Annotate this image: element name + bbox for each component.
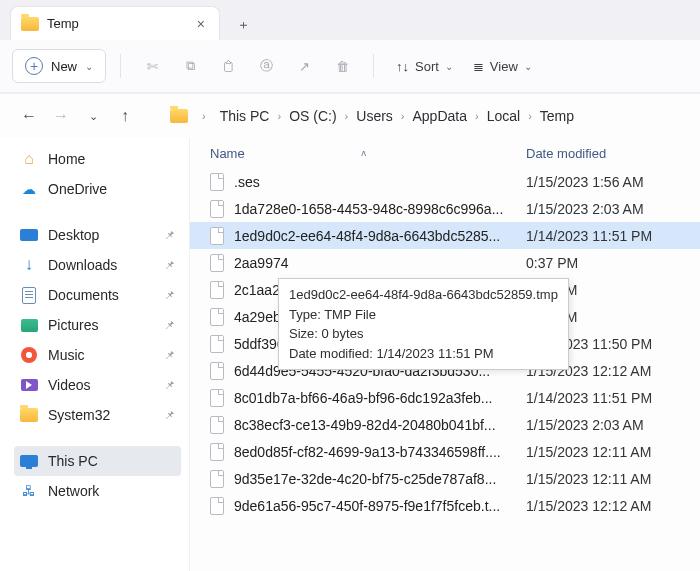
sidebar-item-label: Downloads xyxy=(48,257,117,273)
sidebar-item-videos[interactable]: Videos 📌︎ xyxy=(14,370,181,400)
file-name: 9de61a56-95c7-450f-8975-f9e1f7f5fceb.t..… xyxy=(234,498,500,514)
tab-temp[interactable]: Temp × xyxy=(10,6,220,40)
file-date: 0:37 PM xyxy=(526,255,578,271)
pc-icon xyxy=(20,455,38,467)
tooltip-type: Type: TMP File xyxy=(289,305,558,325)
file-row[interactable]: 9de61a56-95c7-450f-8975-f9e1f7f5fceb.t..… xyxy=(190,492,700,519)
file-icon xyxy=(210,443,224,461)
file-date: 1/14/2023 11:51 PM xyxy=(526,228,652,244)
share-icon[interactable]: ↗ xyxy=(287,49,321,83)
breadcrumb-item[interactable]: Users xyxy=(356,108,393,124)
file-icon xyxy=(210,308,224,326)
file-row[interactable]: 9d35e17e-32de-4c20-bf75-c25de787af8...1/… xyxy=(190,465,700,492)
new-tab-button[interactable]: ＋ xyxy=(228,10,258,40)
file-row[interactable]: 1da728e0-1658-4453-948c-8998c6c996a...1/… xyxy=(190,195,700,222)
separator xyxy=(120,54,121,78)
home-icon: ⌂ xyxy=(20,150,38,168)
sidebar-item-label: This PC xyxy=(48,453,98,469)
pin-icon: 📌︎ xyxy=(164,379,175,391)
tab-bar: Temp × ＋ xyxy=(0,0,700,40)
sidebar-item-home[interactable]: ⌂ Home xyxy=(14,144,181,174)
file-name: 8ed0d85f-cf82-4699-9a13-b743346598ff.... xyxy=(234,444,501,460)
sidebar: ⌂ Home ☁ OneDrive Desktop 📌︎ ↓ Downloads… xyxy=(0,138,190,571)
file-icon xyxy=(210,497,224,515)
tooltip-filename: 1ed9d0c2-ee64-48f4-9d8a-6643bdc52859.tmp xyxy=(289,285,558,305)
sidebar-item-label: Network xyxy=(48,483,99,499)
sidebar-item-label: OneDrive xyxy=(48,181,107,197)
sidebar-item-pictures[interactable]: Pictures 📌︎ xyxy=(14,310,181,340)
sort-label: Sort xyxy=(415,59,439,74)
plus-icon: + xyxy=(25,57,43,75)
file-name: 1ed9d0c2-ee64-48f4-9d8a-6643bdc5285... xyxy=(234,228,500,244)
documents-icon xyxy=(22,287,36,304)
file-row[interactable]: 8c01db7a-bf66-46a9-bf96-6dc192a3feb...1/… xyxy=(190,384,700,411)
delete-icon[interactable]: 🗑︎ xyxy=(325,49,359,83)
recent-dropdown[interactable]: ⌄ xyxy=(84,110,102,123)
sidebar-item-desktop[interactable]: Desktop 📌︎ xyxy=(14,220,181,250)
file-row[interactable]: 2aa99740:37 PM xyxy=(190,249,700,276)
toolbar: + New ⌄ ✄ ⧉ 📋︎ ⓐ ↗ 🗑︎ ↑↓ Sort ⌄ ≣ View ⌄ xyxy=(0,40,700,94)
rename-icon[interactable]: ⓐ xyxy=(249,49,283,83)
sidebar-item-label: Pictures xyxy=(48,317,99,333)
breadcrumb-item[interactable]: OS (C:) xyxy=(289,108,336,124)
up-button[interactable]: ↑ xyxy=(116,107,134,125)
file-tooltip: 1ed9d0c2-ee64-48f4-9d8a-6643bdc52859.tmp… xyxy=(278,278,569,370)
file-row[interactable]: 8ed0d85f-cf82-4699-9a13-b743346598ff....… xyxy=(190,438,700,465)
sidebar-item-documents[interactable]: Documents 📌︎ xyxy=(14,280,181,310)
pin-icon: 📌︎ xyxy=(164,259,175,271)
sidebar-item-label: Videos xyxy=(48,377,91,393)
new-button[interactable]: + New ⌄ xyxy=(12,49,106,83)
chevron-right-icon: › xyxy=(202,110,206,122)
folder-icon xyxy=(21,17,39,31)
file-date: 1/15/2023 12:11 AM xyxy=(526,471,651,487)
breadcrumb-item[interactable]: Local xyxy=(487,108,520,124)
file-date: 1/15/2023 1:56 AM xyxy=(526,174,644,190)
music-icon xyxy=(21,347,37,363)
breadcrumb-item[interactable]: AppData xyxy=(413,108,467,124)
sidebar-item-downloads[interactable]: ↓ Downloads 📌︎ xyxy=(14,250,181,280)
sidebar-item-label: System32 xyxy=(48,407,110,423)
back-button[interactable]: ← xyxy=(20,107,38,125)
column-headers: Name ʌ Date modified xyxy=(190,138,700,168)
pictures-icon xyxy=(21,319,38,332)
close-icon[interactable]: × xyxy=(197,16,205,32)
file-icon xyxy=(210,254,224,272)
copy-icon[interactable]: ⧉ xyxy=(173,49,207,83)
file-row[interactable]: 8c38ecf3-ce13-49b9-82d4-20480b041bf...1/… xyxy=(190,411,700,438)
file-name: 8c01db7a-bf66-46a9-bf96-6dc192a3feb... xyxy=(234,390,492,406)
forward-button[interactable]: → xyxy=(52,107,70,125)
sidebar-item-label: Desktop xyxy=(48,227,99,243)
chevron-right-icon: › xyxy=(345,110,349,122)
column-name[interactable]: Name ʌ xyxy=(210,146,526,161)
chevron-right-icon: › xyxy=(401,110,405,122)
sidebar-item-onedrive[interactable]: ☁ OneDrive xyxy=(14,174,181,204)
view-icon: ≣ xyxy=(473,59,484,74)
tooltip-size: Size: 0 bytes xyxy=(289,324,558,344)
file-icon xyxy=(210,227,224,245)
sidebar-item-system32[interactable]: System32 📌︎ xyxy=(14,400,181,430)
chevron-down-icon: ⌄ xyxy=(524,61,532,72)
cut-icon[interactable]: ✄ xyxy=(135,49,169,83)
chevron-right-icon: › xyxy=(528,110,532,122)
sidebar-item-label: Documents xyxy=(48,287,119,303)
sidebar-item-music[interactable]: Music 📌︎ xyxy=(14,340,181,370)
sort-button[interactable]: ↑↓ Sort ⌄ xyxy=(388,49,461,83)
sidebar-item-network[interactable]: 🖧︎ Network xyxy=(14,476,181,506)
folder-icon xyxy=(170,109,188,123)
view-button[interactable]: ≣ View ⌄ xyxy=(465,49,540,83)
file-name: 1da728e0-1658-4453-948c-8998c6c996a... xyxy=(234,201,503,217)
file-date: 1/15/2023 12:11 AM xyxy=(526,444,651,460)
sidebar-item-thispc[interactable]: This PC xyxy=(14,446,181,476)
file-row[interactable]: 1ed9d0c2-ee64-48f4-9d8a-6643bdc5285...1/… xyxy=(190,222,700,249)
column-date[interactable]: Date modified xyxy=(526,146,700,161)
file-icon xyxy=(210,470,224,488)
file-name: 2aa9974 xyxy=(234,255,289,271)
file-row[interactable]: .ses1/15/2023 1:56 AM xyxy=(190,168,700,195)
breadcrumb: This PC›OS (C:)›Users›AppData›Local›Temp xyxy=(220,108,574,124)
paste-icon[interactable]: 📋︎ xyxy=(211,49,245,83)
breadcrumb-item[interactable]: This PC xyxy=(220,108,270,124)
breadcrumb-item[interactable]: Temp xyxy=(540,108,574,124)
pin-icon: 📌︎ xyxy=(164,229,175,241)
file-date: 1/14/2023 11:51 PM xyxy=(526,390,652,406)
sort-icon: ↑↓ xyxy=(396,59,409,74)
